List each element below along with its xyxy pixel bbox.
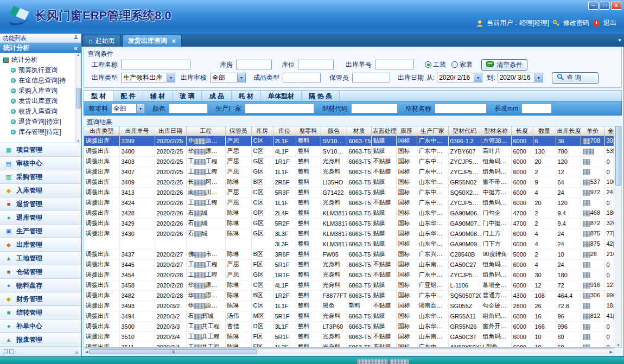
sidebar-item-退货管理[interactable]: ■退货管理 [0, 197, 81, 211]
material-tab-成品[interactable]: 成 品 [202, 91, 231, 101]
close-button[interactable]: × [611, 2, 621, 10]
whole-part-select[interactable]: 全部▼ [111, 104, 145, 113]
sidebar-item-结转管理[interactable]: ■结转管理 [0, 306, 81, 320]
table-row[interactable]: 调拨出库34542020/2/28工███工程严思G区1R1F整料光身料6063… [84, 270, 614, 280]
profile-name-input[interactable] [435, 104, 487, 113]
panel-icon[interactable] [9, 349, 14, 354]
material-tab-配件[interactable]: 配 件 [113, 91, 143, 101]
table-row[interactable]: 调拨出库34032020/2/25工███工程严思G区1R1F整料光身料6063… [84, 156, 614, 167]
material-tab-耗材[interactable]: 耗 材 [232, 91, 261, 101]
column-header[interactable]: 出库长度 [556, 126, 581, 136]
column-header[interactable]: 保管员 [225, 126, 251, 136]
table-row[interactable]: 调拨出库34282020/2/26石██城陈琳G区2L4F整料KLM381760… [84, 208, 614, 218]
column-header[interactable]: 长度 [511, 126, 533, 136]
column-header[interactable]: 出库类型 [84, 126, 119, 136]
project-name-input[interactable] [121, 60, 190, 69]
material-tab-隔热条[interactable]: 隔 热 条 [302, 91, 340, 101]
table-row[interactable]: 调拨出库34452020/2/27工███工程严思F区5R1F整料光身料6063… [84, 259, 614, 270]
table-row[interactable]: 调拨出库35002020/3/3工██共工程曹佳D区3L1F整料LT3P6060… [84, 321, 614, 331]
sidebar-item-出库管理[interactable]: ◆出库管理 [0, 238, 81, 252]
table-row[interactable]: 调拨出库34302020/2/26石██城陈琳G区3L3F整料KLM381760… [84, 228, 614, 239]
tree-scrollbar[interactable]: ▲ ▼ [75, 53, 81, 143]
tree-item[interactable]: 库存管理[待定] [3, 127, 74, 137]
sidebar-item-仓储管理[interactable]: ■仓储管理 [0, 265, 81, 279]
column-header[interactable]: 金额 [604, 126, 614, 136]
keeper-input[interactable] [352, 73, 390, 82]
tree-item[interactable]: 预算执行查询 [3, 65, 74, 75]
maximize-button[interactable]: □ [600, 2, 610, 10]
material-tab-单体型材[interactable]: 单体型材 [261, 91, 302, 101]
scroll-down-icon[interactable]: ▼ [616, 343, 620, 347]
chevron-down-icon[interactable]: ▼ [237, 73, 245, 82]
length-input[interactable] [521, 104, 552, 113]
gongzhuang-radio[interactable] [425, 61, 431, 68]
scroll-thumb[interactable] [89, 349, 257, 354]
date-to-picker[interactable]: 2020/ 3/16▼ [498, 73, 543, 82]
scroll-thumb[interactable] [76, 88, 81, 108]
minimize-button[interactable]: – [588, 2, 598, 10]
tree-item[interactable]: 退货查询[待定] [3, 117, 74, 127]
material-tab-型材[interactable]: 型 材 [84, 91, 113, 101]
horizontal-scrollbar[interactable]: ◀ ▶ [84, 348, 614, 355]
column-header[interactable]: 膜厚 [396, 126, 417, 136]
table-row[interactable]: 调拨出库34292020/2/26石██城陈琳G区5R2F整料KLM381760… [84, 218, 614, 228]
table-row[interactable]: 调拨出库35102020/3/4工██共工程陈琳F区5R1F整料光身料6063-… [84, 331, 614, 342]
sidebar-item-退库管理[interactable]: ●退库管理 [0, 211, 81, 225]
clear-conditions-button[interactable]: 清空条件 [481, 59, 527, 71]
date-from-picker[interactable]: 2020/ 2/16▼ [437, 73, 482, 82]
location-input[interactable] [298, 60, 334, 69]
tab-close-icon[interactable]: × [172, 37, 176, 45]
scroll-down-icon[interactable]: ▼ [77, 139, 80, 143]
table-row[interactable]: 调拨出库34822020/2/28华███原…陈琳B区1R2F整料F8877FT… [84, 290, 614, 301]
scroll-thumb[interactable] [615, 126, 621, 186]
jiazhuang-radio[interactable] [451, 61, 458, 68]
table-row[interactable]: 调拨出库34372020/2/27佛███市…陈琳B区3R6F整料FW05606… [84, 249, 614, 259]
column-header[interactable]: 数量 [533, 126, 556, 136]
search-button[interactable]: 查 询 [552, 72, 598, 84]
table-row[interactable]: 调拨出库35112020/3/4工██共工程陈琳F区1L2F整料光身料6063-… [84, 342, 614, 348]
column-header[interactable]: 生产厂家 [417, 126, 448, 136]
table-row[interactable]: 调拨出库34072020/2/25工███工程严思G区1L1F整料光身料6063… [84, 167, 614, 177]
material-tab-辅材[interactable]: 辅 材 [143, 91, 173, 101]
sidebar-item-工地管理[interactable]: ▲工地管理 [0, 252, 81, 265]
column-header[interactable]: 工程 [186, 126, 225, 136]
table-row[interactable]: 调拨出库34002020/2/25华███原…严思C区4L1F整料SV10…60… [84, 146, 614, 156]
tree-item[interactable]: 在途信息查询[待 [3, 75, 74, 86]
sidebar-section-header[interactable]: 统计分析 « [0, 43, 81, 53]
change-password-link[interactable]: 修改密码 [563, 18, 589, 28]
sidebar-item-财务管理[interactable]: ◆财务管理 [0, 292, 81, 306]
tree-item[interactable]: 收货入库查询 [3, 106, 74, 117]
more-panels-icon[interactable]: » [75, 349, 78, 355]
tree-root-statistics[interactable]: 统计分析 [3, 55, 74, 65]
sidebar-item-采购管理[interactable]: ▥采购管理 [0, 170, 81, 184]
tab-发货出库查询[interactable]: 发货出库查询× [122, 35, 182, 47]
sidebar-item-物料盘存[interactable]: ●物料盘存 [0, 279, 81, 292]
column-header[interactable]: 颜色 [321, 126, 347, 136]
column-header[interactable]: 材质 [347, 126, 371, 136]
table-row[interactable]: 调拨出库34932020/3/2华███原…陈琳C区1L1F整料黑色塑料不贴膜国… [84, 301, 614, 311]
pin-icon[interactable] [74, 35, 78, 41]
color-input[interactable] [169, 104, 208, 113]
panel-icon[interactable] [3, 349, 8, 354]
column-header[interactable]: 型材代码 [448, 126, 481, 136]
table-row[interactable]: 调拨出库33992020/2/25华███原…严思C区2L1F整料SV10…60… [84, 136, 614, 146]
column-header[interactable]: 库位 [273, 126, 296, 136]
column-header[interactable]: 表面处理 [371, 126, 396, 136]
table-row[interactable]: 3L3F整料KLM38176063-T5贴膜国标山东华…GA90M09…门下方6… [84, 239, 614, 249]
tab-list-dropdown-icon[interactable]: ▼ [617, 38, 622, 43]
column-header[interactable]: 出库单号 [119, 126, 155, 136]
sidebar-item-入库管理[interactable]: ◆入库管理 [0, 184, 81, 197]
tree-item[interactable]: 采购入库查询 [3, 86, 74, 96]
outbound-audit-select[interactable]: 全部▼ [210, 73, 246, 82]
scroll-up-icon[interactable]: ▲ [77, 53, 80, 56]
warehouse-input[interactable] [236, 60, 272, 69]
outbound-type-select[interactable]: 生产领料出库▼ [121, 73, 175, 82]
product-type-input[interactable] [283, 73, 321, 82]
sidebar-item-生产管理[interactable]: ▣生产管理 [0, 225, 81, 238]
table-row[interactable]: 调拨出库34092020/2/25长███冈…陈琳B区2R5F整料LI35HO6… [84, 177, 614, 187]
vertical-scrollbar[interactable]: ▲ ▼ [615, 126, 622, 348]
chevron-down-icon[interactable]: ▼ [534, 73, 543, 82]
sidebar-item-补单中心[interactable]: ●补单中心 [0, 320, 81, 333]
collapse-icon[interactable]: « [74, 44, 78, 52]
scroll-right-icon[interactable]: ▶ [610, 350, 613, 354]
